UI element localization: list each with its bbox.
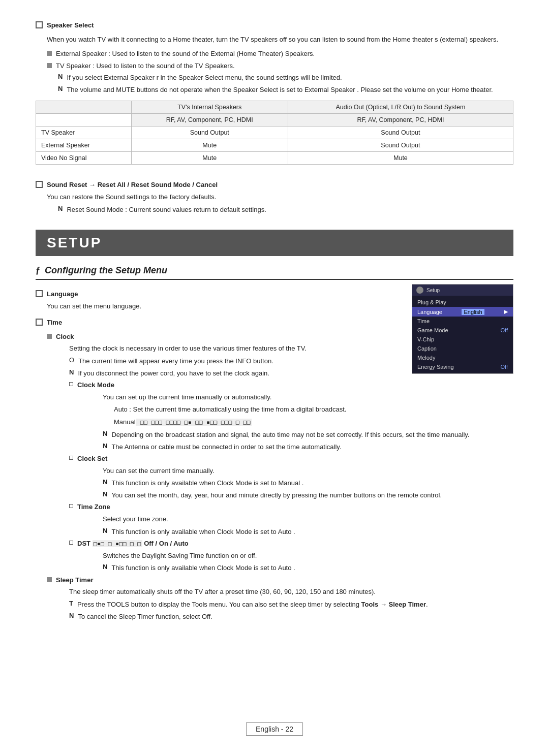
row2-col0: External Speaker bbox=[36, 139, 132, 152]
speaker-note-2: The volume and MUTE buttons do not opera… bbox=[67, 85, 513, 95]
table-subheader-0 bbox=[36, 114, 132, 127]
sleep-timer-note-n: To cancel the Sleep Timer function, sele… bbox=[78, 612, 513, 622]
bullet-n-clockset-1: N bbox=[103, 478, 107, 486]
table-subheader-1: RF, AV, Component, PC, HDMI bbox=[131, 114, 288, 127]
bullet-n-2: N bbox=[58, 85, 63, 92]
menu-item-time: Time bbox=[412, 317, 513, 326]
clock-mode-section: Clock Mode You can set up the current ti… bbox=[47, 380, 513, 452]
dst-description: Switches the Daylight Saving Time functi… bbox=[103, 551, 513, 561]
time-checkbox bbox=[36, 319, 43, 326]
note-antenna: The Antenna or cable must be connected i… bbox=[111, 442, 513, 452]
auto-text: Auto : Set the current time automaticall… bbox=[114, 404, 513, 415]
setup-header: SETUP bbox=[36, 230, 513, 256]
setup-content: Setup Plug & Play Language English ▶ Tim… bbox=[36, 289, 513, 625]
clock-note2: If you disconnect the power cord, you ha… bbox=[78, 368, 402, 379]
bullet-n-sleep: N bbox=[69, 612, 74, 619]
menu-item-vchip: V-Chip bbox=[412, 335, 513, 344]
menu-arrow-icon: ▶ bbox=[504, 308, 508, 315]
row2-col1: Mute bbox=[131, 139, 288, 152]
bullet-external-speaker bbox=[47, 51, 52, 56]
language-checkbox bbox=[36, 290, 43, 297]
note-broadcast: Depending on the broadcast station and s… bbox=[111, 430, 513, 440]
time-zone-description: Select your time zone. bbox=[103, 514, 513, 525]
bullet-n-broadcast: N bbox=[103, 430, 107, 437]
sound-reset-section: Sound Reset → Reset All / Reset Sound Mo… bbox=[36, 180, 513, 214]
clock-bullet bbox=[47, 334, 52, 339]
f-char: ƒ bbox=[36, 265, 40, 275]
bullet-o-1: O bbox=[69, 356, 74, 364]
table-row: External Speaker Mute Sound Output bbox=[36, 139, 513, 152]
sound-reset-description: You can restore the Sound settings to th… bbox=[47, 192, 513, 203]
row3-col2: Mute bbox=[288, 152, 513, 165]
sound-reset-note: Reset Sound Mode : Current sound values … bbox=[67, 205, 513, 215]
bullet-n-dst: N bbox=[103, 563, 107, 571]
menu-item-label-1: Language bbox=[417, 309, 442, 315]
menu-item-language: Language English ▶ bbox=[412, 307, 513, 317]
table-header-0 bbox=[36, 101, 132, 114]
table-header-2: Audio Out (Optical, L/R Out) to Sound Sy… bbox=[288, 101, 513, 114]
row1-col0: TV Speaker bbox=[36, 127, 132, 139]
bullet-n-clockset-2: N bbox=[103, 490, 107, 498]
sleep-timer-note-t: Press the TOOLS button to display the To… bbox=[77, 600, 513, 610]
setup-heading-text: SETUP bbox=[47, 235, 102, 250]
clock-note1: The current time will appear every time … bbox=[78, 356, 402, 366]
clock-mode-description: You can set up the current time manually… bbox=[103, 392, 513, 403]
footer-text: English - 22 bbox=[256, 725, 293, 733]
speaker-note-1: If you select External Speaker r in the … bbox=[67, 73, 513, 83]
clock-set-note1: This function is only available when Clo… bbox=[111, 478, 513, 488]
bullet-n-antenna: N bbox=[103, 442, 107, 450]
dst-note: This function is only available when Clo… bbox=[111, 563, 513, 573]
setup-section-title: ƒ Configuring the Setup Menu bbox=[36, 265, 513, 280]
clock-set-section: Clock Set You can set the current time m… bbox=[47, 454, 513, 500]
bullet-n-clock-1: N bbox=[69, 368, 74, 376]
manual-text: Manual □□ □□□ □□□□ □▪ □□ ▪□□ □□□ □ □□ bbox=[114, 417, 513, 428]
menu-item-energy-saving: Energy Saving Off bbox=[412, 362, 513, 371]
menu-item-label-0: Plug & Play bbox=[417, 299, 446, 305]
clock-set-description: You can set the current time manually. bbox=[103, 466, 513, 477]
menu-item-melody: Melody bbox=[412, 353, 513, 362]
menu-item-label-5: Caption bbox=[417, 345, 437, 352]
language-heading: Language bbox=[47, 289, 402, 299]
clock-set-note2: You can set the month, day, year, hour a… bbox=[111, 490, 513, 500]
sleep-timer-bullet bbox=[47, 577, 52, 582]
menu-item-value-3: Off bbox=[501, 327, 508, 333]
row1-col1: Sound Output bbox=[131, 127, 288, 139]
speaker-table: TV's Internal Speakers Audio Out (Optica… bbox=[36, 101, 513, 165]
sleep-timer-heading: Sleep Timer bbox=[56, 575, 513, 585]
page-footer: English - 22 bbox=[246, 722, 303, 736]
dst-bullet bbox=[69, 541, 73, 545]
speaker-select-heading: Speaker Select bbox=[47, 20, 513, 30]
time-zone-heading: Time Zone bbox=[77, 502, 513, 512]
menu-item-plug-play: Plug & Play bbox=[412, 298, 513, 307]
dst-section: DST □▪□ □ ▪□□ □ □ Off / On / Auto Switch… bbox=[47, 539, 513, 573]
clock-heading: Clock bbox=[56, 332, 402, 342]
external-speaker-text: External Speaker : Used to listen to the… bbox=[56, 49, 513, 59]
menu-screenshot: Setup Plug & Play Language English ▶ Tim… bbox=[412, 284, 513, 374]
time-zone-note: This function is only available when Clo… bbox=[111, 527, 513, 537]
clock-mode-bullet bbox=[69, 382, 73, 386]
menu-items: Plug & Play Language English ▶ Time Game… bbox=[412, 296, 513, 373]
clock-set-bullet bbox=[69, 456, 73, 460]
time-heading: Time bbox=[47, 318, 402, 328]
time-zone-section: Time Zone Select your time zone. N This … bbox=[47, 502, 513, 537]
speaker-select-section: Speaker Select When you watch TV with it… bbox=[36, 20, 513, 165]
sound-reset-checkbox bbox=[36, 181, 43, 188]
tv-speaker-text: TV Speaker : Used to listen to the sound… bbox=[56, 61, 513, 71]
gear-icon bbox=[416, 287, 423, 294]
sleep-timer-description: The sleep timer automatically shuts off … bbox=[69, 587, 513, 597]
row2-col2: Sound Output bbox=[288, 139, 513, 152]
clock-set-heading: Clock Set bbox=[77, 454, 513, 464]
dst-heading: DST □▪□ □ ▪□□ □ □ Off / On / Auto bbox=[77, 539, 513, 549]
menu-item-label-6: Melody bbox=[417, 355, 435, 361]
clock-mode-heading: Clock Mode bbox=[77, 380, 513, 390]
menu-item-label-4: V-Chip bbox=[417, 336, 434, 342]
table-subheader-2: RF, AV, Component, PC, HDMI bbox=[288, 114, 513, 127]
row3-col0: Video No Signal bbox=[36, 152, 132, 165]
setup-title-text: Configuring the Setup Menu bbox=[45, 265, 167, 275]
table-row: Video No Signal Mute Mute bbox=[36, 152, 513, 165]
row1-col2: Sound Output bbox=[288, 127, 513, 139]
speaker-select-checkbox bbox=[36, 21, 43, 28]
table-row: TV Speaker Sound Output Sound Output bbox=[36, 127, 513, 139]
speaker-select-description: When you watch TV with it connecting to … bbox=[47, 35, 513, 45]
row3-col1: Mute bbox=[131, 152, 288, 165]
